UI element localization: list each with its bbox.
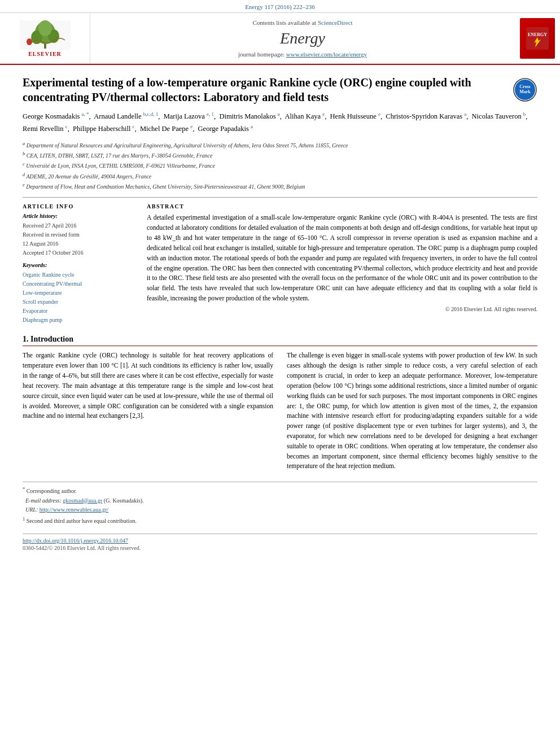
- sciencedirect-link[interactable]: ScienceDirect: [318, 19, 353, 26]
- email-link[interactable]: gkosmad@aua.gr: [63, 497, 102, 504]
- article-title-section: Experimental testing of a low-temperatur…: [23, 75, 537, 104]
- history-label: Article history:: [23, 213, 135, 219]
- issn-line: 0360-5442/© 2016 Elsevier Ltd. All right…: [23, 545, 537, 551]
- abstract-col: ABSTRACT A detailed experimental investi…: [147, 203, 537, 325]
- introduction-section: 1. Introduction The organic Rankine cycl…: [23, 335, 537, 476]
- intro-two-col: The organic Rankine cycle (ORC) technolo…: [23, 351, 537, 476]
- keyword-6: Diaphragm pump: [23, 316, 135, 325]
- section-1-title: Introduction: [30, 335, 73, 343]
- homepage-prefix: journal homepage:: [238, 51, 286, 58]
- svg-point-6: [27, 38, 32, 45]
- revised-date: Received in revised form 12 August 2016: [23, 230, 135, 248]
- abstract-text: A detailed experimental investigation of…: [147, 213, 537, 303]
- accepted-label: Accepted: [23, 250, 44, 256]
- section-1-heading: 1. Introduction: [23, 335, 537, 346]
- section-1-number: 1.: [23, 335, 29, 343]
- svg-text:ENERGY: ENERGY: [528, 32, 547, 37]
- journal-homepage-line: journal homepage: www.elsevier.com/locat…: [238, 51, 367, 58]
- intro-right-para: The challenge is even bigger in small-sc…: [287, 351, 537, 471]
- keywords-label: Keywords:: [23, 262, 135, 268]
- keyword-1: Organic Rankine cycle: [23, 270, 135, 279]
- energy-logo-area: ENERGY: [515, 13, 560, 64]
- article-info-abstract: ARTICLE INFO Article history: Received 2…: [23, 203, 537, 325]
- journal-header: ELSEVIER Contents lists available at Sci…: [0, 13, 560, 65]
- abstract-label: ABSTRACT: [147, 203, 537, 209]
- article-info-col: ARTICLE INFO Article history: Received 2…: [23, 203, 135, 325]
- footnote-equal: 1 Second and third author have equal con…: [23, 516, 537, 526]
- received-label: Received: [23, 222, 43, 229]
- journal-citation: Energy 117 (2016) 222–236: [245, 3, 315, 10]
- journal-name: Energy: [280, 29, 325, 47]
- elsevier-tree-icon: [20, 20, 71, 50]
- keyword-4: Scroll expander: [23, 298, 135, 307]
- page: Energy 117 (2016) 222–236 ELSEVIER: [0, 0, 560, 747]
- main-content: Experimental testing of a low-temperatur…: [0, 65, 560, 557]
- copyright-line: © 2016 Elsevier Ltd. All rights reserved…: [147, 306, 537, 312]
- svg-point-5: [38, 20, 52, 36]
- received-date: Received 27 April 2016: [23, 221, 135, 230]
- accepted-date-val: 17 October 2016: [45, 250, 83, 256]
- revised-date-val: 12 August 2016: [23, 241, 58, 247]
- intro-right-col: The challenge is even bigger in small-sc…: [287, 351, 537, 476]
- abstract-body: A detailed experimental investigation of…: [147, 213, 537, 303]
- sciencedirect-line: Contents lists available at ScienceDirec…: [252, 19, 352, 26]
- elsevier-wordmark: ELSEVIER: [28, 51, 62, 57]
- footnote-corresponding: * Corresponding author. E-mail address: …: [23, 486, 537, 514]
- journal-center-header: Contents lists available at ScienceDirec…: [90, 13, 515, 64]
- svg-text:Mark: Mark: [519, 89, 531, 94]
- authors-section: George Kosmadakis a, *, Arnaud Landelle …: [23, 110, 537, 136]
- received-date-val: 27 April 2016: [45, 222, 77, 229]
- bottom-doi-bar: http://dx.doi.org/10.1016/j.energy.2016.…: [23, 534, 537, 551]
- doi-line: http://dx.doi.org/10.1016/j.energy.2016.…: [23, 538, 537, 544]
- crossmark-badge: Cross Mark: [513, 77, 537, 102]
- footnote-area: * Corresponding author. E-mail address: …: [23, 482, 537, 526]
- sciencedirect-prefix: Contents lists available at: [252, 19, 317, 26]
- keyword-3: Low-temperature: [23, 289, 135, 298]
- article-info-label: ARTICLE INFO: [23, 203, 135, 209]
- url-link[interactable]: http://www.renewables.aua.gr/: [40, 506, 108, 513]
- doi-link[interactable]: http://dx.doi.org/10.1016/j.energy.2016.…: [23, 538, 128, 544]
- divider-1: [23, 197, 537, 198]
- keyword-2: Concentrating PV/thermal: [23, 279, 135, 289]
- energy-logo-box: ENERGY: [520, 18, 555, 59]
- intro-left-para: The organic Rankine cycle (ORC) technolo…: [23, 351, 273, 421]
- svg-text:Cross: Cross: [519, 84, 530, 89]
- homepage-url[interactable]: www.elsevier.com/locate/energy: [286, 51, 367, 58]
- journal-citation-bar: Energy 117 (2016) 222–236: [0, 0, 560, 13]
- accepted-date: Accepted 17 October 2016: [23, 248, 135, 257]
- affiliations-section: a Department of Natural Resources and Ag…: [23, 140, 537, 192]
- article-title: Experimental testing of a low-temperatur…: [23, 75, 506, 104]
- keyword-5: Evaporator: [23, 307, 135, 316]
- revised-label: Received in revised form: [23, 231, 80, 238]
- intro-left-col: The organic Rankine cycle (ORC) technolo…: [23, 351, 273, 476]
- elsevier-logo-area: ELSEVIER: [0, 13, 90, 64]
- energy-logo-icon: ENERGY: [526, 27, 549, 50]
